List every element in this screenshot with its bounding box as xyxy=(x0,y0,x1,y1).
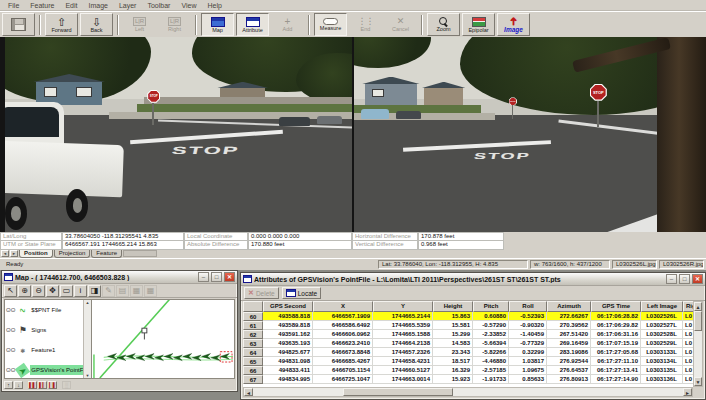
map-window-titlebar[interactable]: Map - ( 1744612.700, 6466503.828 ) – □ ✕ xyxy=(2,271,237,284)
tab-position[interactable]: Position xyxy=(19,250,53,258)
scroll-up-arrow[interactable]: ▲ xyxy=(694,302,702,311)
visibility-toggles[interactable]: ʘʘ xyxy=(6,367,15,373)
table-row-61[interactable]: 61493589.8186466586.64921744665.535915.5… xyxy=(243,321,693,330)
table-row-67[interactable]: 67494834.9956466725.10471744663.001415.9… xyxy=(243,375,693,384)
menu-item-feature[interactable]: Feature xyxy=(25,2,59,9)
visibility-toggles[interactable]: ʘʘ xyxy=(6,347,15,353)
layer-item--pnt-file[interactable]: ʘʘ∿$$PNT File xyxy=(5,300,91,320)
layer-tool-button[interactable]: ▌▌ xyxy=(28,381,37,389)
visibility-toggles[interactable]: ʘʘ xyxy=(6,327,15,333)
layer-item-feature1[interactable]: ʘʘ✱Feature1 xyxy=(5,340,91,360)
table-row-66[interactable]: 66494833.4116466705.11541744660.512716.3… xyxy=(243,366,693,375)
table-row-65[interactable]: 65494831.0986466685.42671744658.423118.5… xyxy=(243,357,693,366)
visibility-toggles[interactable]: ʘʘ xyxy=(6,307,15,313)
table-row-63[interactable]: 63493635.1936466623.24101744664.213814.5… xyxy=(243,339,693,348)
scroll-left-arrow[interactable]: ◄ xyxy=(244,388,253,396)
zoom-in-icon[interactable]: ⊕ xyxy=(18,285,31,297)
layer-list-scrollbar[interactable]: ▲▼ xyxy=(83,300,91,378)
column-header-y[interactable]: Y xyxy=(373,301,433,312)
column-header-x[interactable]: X xyxy=(313,301,373,312)
x-icon: ✕ xyxy=(397,17,405,26)
identify-icon[interactable]: i xyxy=(74,285,87,297)
menu-item-layer[interactable]: Layer xyxy=(114,2,142,9)
close-button[interactable]: ✕ xyxy=(692,274,703,284)
image-button[interactable]: ➜Image xyxy=(497,13,530,36)
row-number[interactable]: 62 xyxy=(243,330,263,339)
epipolar-button[interactable]: Epipolar xyxy=(462,13,495,36)
menu-item-edit[interactable]: Edit xyxy=(60,2,82,9)
fill-icon[interactable]: ◨ xyxy=(88,285,101,297)
toolbar-separator xyxy=(308,15,310,35)
menu-item-image[interactable]: Image xyxy=(83,2,112,9)
menu-item-view[interactable]: View xyxy=(176,2,201,9)
locate-button[interactable]: Locate xyxy=(282,287,322,299)
zoom-button[interactable]: Zoom xyxy=(427,13,460,36)
layer-down-button[interactable]: ↓ xyxy=(14,381,23,389)
column-header-gps-second[interactable]: GPS Second xyxy=(263,301,313,312)
map-canvas[interactable] xyxy=(92,299,235,379)
tab-feature[interactable]: Feature xyxy=(91,250,122,258)
row-number[interactable]: 67 xyxy=(243,375,263,384)
zoom-out-icon[interactable]: ⊖ xyxy=(32,285,45,297)
grid-horizontal-scrollbar[interactable]: ◄ ► xyxy=(243,387,693,397)
layer-item-gpsvision-s-pointfile-[interactable]: ʘʘ➤GPSVision's PointFile - xyxy=(5,360,91,379)
cell: -5.82266 xyxy=(473,348,509,357)
row-number[interactable]: 66 xyxy=(243,366,263,375)
layer-tool-button[interactable]: ▎▌ xyxy=(48,381,57,389)
select-tool-icon[interactable]: ↖ xyxy=(4,285,17,297)
column-header-row[interactable] xyxy=(243,301,263,312)
attributes-window-titlebar[interactable]: Attributes of GPSVision's PointFile - L:… xyxy=(241,273,705,286)
column-header-gps-time[interactable]: GPS Time xyxy=(591,301,641,312)
minimize-button[interactable]: – xyxy=(198,272,209,282)
column-header-righ[interactable]: Righ xyxy=(683,301,693,312)
end-button: ⋮⋮End xyxy=(349,13,382,36)
column-header-azimuth[interactable]: Azimuth xyxy=(547,301,591,312)
row-number[interactable]: 64 xyxy=(243,348,263,357)
left-image-view[interactable]: STOP STOP xyxy=(5,37,352,232)
layer-tool-button[interactable]: ▌▎ xyxy=(38,381,47,389)
menu-item-help[interactable]: Help xyxy=(202,2,226,9)
table-row-64[interactable]: 64494825.6776466673.88481744657.232623.3… xyxy=(243,348,693,357)
close-button[interactable]: ✕ xyxy=(224,272,235,282)
cell: L0 xyxy=(683,366,693,375)
scroll-right-arrow[interactable]: ► xyxy=(683,388,692,396)
column-header-height[interactable]: Height xyxy=(433,301,473,312)
cell: 06:17:06:31.16 xyxy=(591,330,641,339)
layer-item-signs[interactable]: ʘʘ⚑Signs xyxy=(5,320,91,340)
measure-icon[interactable]: ▭ xyxy=(60,285,73,297)
column-header-roll[interactable]: Roll xyxy=(509,301,547,312)
attribute-button[interactable]: Attribute xyxy=(236,13,269,36)
column-header-left-image[interactable]: Left Image xyxy=(641,301,683,312)
row-number[interactable]: 65 xyxy=(243,357,263,366)
right-image-view[interactable]: STOP STOP STOP xyxy=(354,37,706,232)
pan-icon[interactable]: ✥ xyxy=(46,285,59,297)
latlong-label: Lat/Long xyxy=(0,232,62,241)
row-number[interactable]: 63 xyxy=(243,339,263,348)
save-button[interactable] xyxy=(2,13,35,36)
cell: 6466623.2410 xyxy=(313,339,373,348)
measure-button[interactable]: Measure xyxy=(314,13,347,36)
grid-vertical-scrollbar[interactable]: ▲ ▼ xyxy=(693,301,703,387)
scroll-down-arrow[interactable]: ▼ xyxy=(694,377,702,386)
back-button[interactable]: ⇩Back xyxy=(80,13,113,36)
scroll-thumb[interactable] xyxy=(343,388,453,396)
menu-item-toolbar[interactable]: Toolbar xyxy=(142,2,175,9)
row-number[interactable]: 61 xyxy=(243,321,263,330)
table-row-60[interactable]: 60493588.8186466567.19091744665.214415.8… xyxy=(243,312,693,321)
scroll-thumb[interactable] xyxy=(694,311,702,331)
map-button[interactable]: Map xyxy=(201,13,234,36)
tab-projection[interactable]: Projection xyxy=(54,250,91,258)
tab-scroll-right[interactable]: ► xyxy=(10,250,18,257)
maximize-button[interactable]: □ xyxy=(211,272,222,282)
minimize-button[interactable]: – xyxy=(666,274,677,284)
cell: 494834.995 xyxy=(263,375,313,384)
menu-item-file[interactable]: File xyxy=(3,2,24,9)
layer-up-button[interactable]: ↑ xyxy=(4,381,13,389)
gps-point-arrow xyxy=(183,354,192,360)
column-header-pitch[interactable]: Pitch xyxy=(473,301,509,312)
maximize-button[interactable]: □ xyxy=(679,274,690,284)
table-row-62[interactable]: 62493591.1626466606.09621744665.158815.2… xyxy=(243,330,693,339)
forward-button[interactable]: ⇧Forward xyxy=(45,13,78,36)
row-number[interactable]: 60 xyxy=(243,312,263,321)
tab-scroll-left[interactable]: ◄ xyxy=(1,250,9,257)
